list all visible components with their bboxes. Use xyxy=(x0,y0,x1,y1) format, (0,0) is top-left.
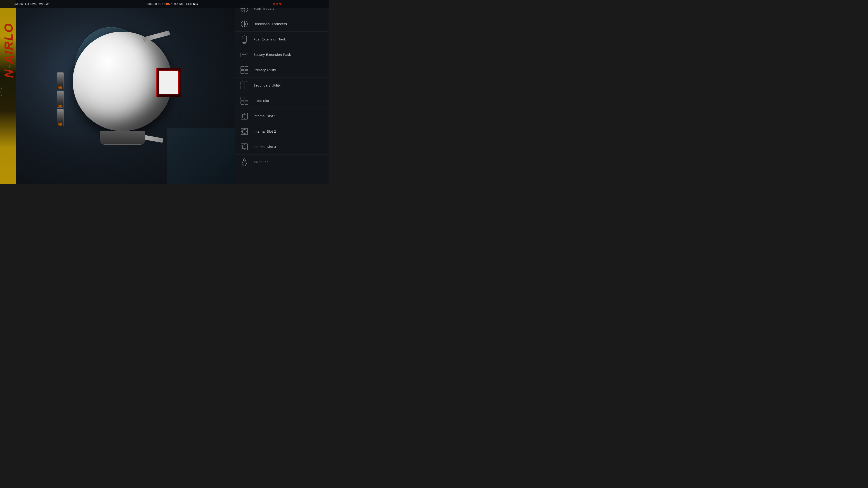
utility-icon xyxy=(239,65,250,75)
heat-panel xyxy=(156,68,181,97)
ship-bottom-detail xyxy=(100,131,145,144)
sidebar-item-internal-slot-3[interactable]: Internal Slot 3 xyxy=(235,139,329,155)
sidebar-item-primary-utility[interactable]: Primary Utility xyxy=(235,62,329,78)
sidebar-item-front-slot[interactable]: Front Slot xyxy=(235,93,329,108)
svg-rect-41 xyxy=(243,130,246,133)
sidebar-item-internal-slot-2[interactable]: Internal Slot 2 xyxy=(235,124,329,139)
mass-label: MASS: xyxy=(174,2,185,6)
svg-rect-14 xyxy=(242,36,247,42)
background-vent xyxy=(167,128,235,184)
credits-label: CREDITS: xyxy=(147,2,163,6)
thruster-unit-1 xyxy=(57,72,64,89)
sidebar-label-primary-utility: Primary Utility xyxy=(253,68,276,72)
sidebar-item-fuel-extension-tank[interactable]: Fuel Extension Tank xyxy=(235,32,329,47)
svg-line-18 xyxy=(242,54,243,55)
mass-display: MASS: 508 Kg xyxy=(174,2,198,6)
sidebar-label-directional-thrusters: Directional Thrusters xyxy=(253,22,287,26)
svg-rect-32 xyxy=(241,101,244,104)
svg-line-20 xyxy=(244,54,245,55)
sidebar-label-internal-slot-3: Internal Slot 3 xyxy=(253,145,276,149)
svg-rect-33 xyxy=(245,101,248,104)
sidebar-item-paint-job[interactable]: Paint Job xyxy=(235,155,329,170)
internal-icon xyxy=(239,126,250,137)
yellow-stripe: N-AIRLO xyxy=(0,0,16,184)
left-arrows: >>> xyxy=(0,87,2,97)
svg-rect-15 xyxy=(243,42,246,43)
stripe-text: N-AIRLO xyxy=(2,23,16,78)
svg-rect-29 xyxy=(245,86,248,89)
svg-line-19 xyxy=(243,54,244,55)
svg-rect-35 xyxy=(243,114,246,118)
internal-icon xyxy=(239,141,250,152)
sidebar-label-front-slot: Front Slot xyxy=(253,99,269,103)
sidebar-label-internal-slot-2: Internal Slot 2 xyxy=(253,129,276,133)
sidebar-item-internal-slot-1[interactable]: Internal Slot 1 xyxy=(235,108,329,124)
credits-value: 1057 xyxy=(164,2,172,6)
heat-panel-inner xyxy=(159,70,179,94)
header: BACK TO OVERVIEW CREDITS: 1057 MASS: 508… xyxy=(0,0,329,8)
mass-value: 508 Kg xyxy=(186,2,198,6)
svg-line-21 xyxy=(245,54,246,55)
directional-icon xyxy=(239,19,250,29)
svg-rect-28 xyxy=(241,86,244,89)
sidebar-label-internal-slot-1: Internal Slot 1 xyxy=(253,114,276,118)
svg-rect-24 xyxy=(241,70,244,74)
sidebar: Main Thruster Directional Thrusters Fuel… xyxy=(235,0,329,184)
svg-rect-23 xyxy=(245,66,248,70)
svg-point-9 xyxy=(244,23,245,24)
credits-display: CREDITS: 1057 xyxy=(147,2,172,6)
sidebar-label-secondary-utility: Secondary Utility xyxy=(253,84,281,87)
sidebar-item-directional-thrusters[interactable]: Directional Thrusters xyxy=(235,16,329,32)
sidebar-label-paint-job: Paint Job xyxy=(253,160,269,164)
svg-rect-47 xyxy=(243,145,246,149)
thruster-unit-2 xyxy=(57,91,64,107)
fuel-icon xyxy=(239,34,250,45)
done-button[interactable]: DONE xyxy=(273,2,284,6)
ship-arm-top xyxy=(143,31,170,42)
slot-icon xyxy=(239,95,250,106)
sidebar-item-secondary-utility[interactable]: Secondary Utility xyxy=(235,78,329,93)
svg-rect-17 xyxy=(247,54,248,56)
thruster-unit-3 xyxy=(57,109,64,126)
paint-icon xyxy=(239,157,250,168)
svg-point-52 xyxy=(243,164,246,166)
thruster-cluster xyxy=(57,72,64,126)
svg-rect-27 xyxy=(245,82,248,85)
svg-rect-26 xyxy=(241,82,244,85)
utility-icon xyxy=(239,80,250,91)
sidebar-label-battery-extension-pack: Battery Extension Pack xyxy=(253,53,291,57)
internal-icon xyxy=(239,111,250,122)
sidebar-item-battery-extension-pack[interactable]: Battery Extension Pack xyxy=(235,47,329,62)
svg-rect-22 xyxy=(241,66,244,70)
back-to-overview-button[interactable]: BACK TO OVERVIEW xyxy=(13,2,49,6)
battery-icon xyxy=(239,49,250,60)
sidebar-label-fuel-extension-tank: Fuel Extension Tank xyxy=(253,37,286,41)
viewport: N-AIRLO xyxy=(0,0,235,184)
svg-rect-30 xyxy=(241,97,244,100)
svg-rect-31 xyxy=(245,97,248,100)
svg-rect-25 xyxy=(245,70,248,74)
